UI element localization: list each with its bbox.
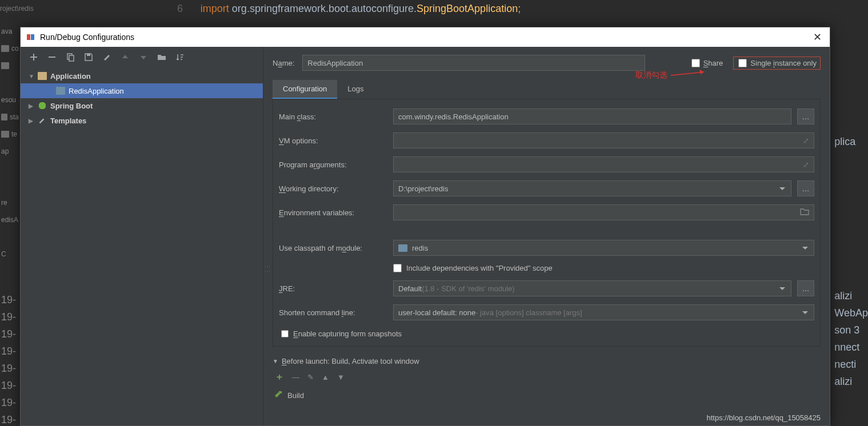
log-line: 19- (0, 397, 16, 414)
tree-label: Spring Boot (50, 102, 93, 110)
bg-item: sta (0, 108, 20, 126)
share-checkbox-input[interactable] (691, 59, 700, 67)
share-checkbox[interactable]: Share (691, 59, 723, 67)
provided-scope-checkbox[interactable]: Include dependencies with "Provided" sco… (393, 264, 814, 272)
log-line: 19- (0, 328, 16, 345)
vm-options-row: VM options: ⤢ (279, 132, 814, 148)
copy-button[interactable] (65, 52, 75, 62)
bg-item: edisA (0, 211, 20, 228)
vm-options-label: VM options: (279, 136, 387, 145)
svg-line-5 (671, 72, 704, 75)
main-class-field[interactable]: com.windy.redis.RedisApplication (393, 108, 791, 124)
before-launch-toolbar: ＋ — ✎ ▲ ▼ (273, 371, 821, 383)
move-up-button[interactable] (120, 52, 130, 62)
move-down-task-button[interactable]: ▼ (337, 373, 345, 381)
name-row: Name: Share Single instance only (273, 55, 821, 71)
folder-icon (1, 114, 7, 120)
tree-node-application[interactable]: ▼ Application (21, 69, 263, 83)
folder-icon (1, 45, 9, 52)
console-left: 19- 19- 19- 19- 19- 19- 19- 19- (0, 294, 16, 426)
tree-node-redisapplication[interactable]: RedisApplication (21, 83, 263, 98)
application-icon (38, 72, 47, 80)
config-form: Main class: com.windy.redis.RedisApplica… (273, 99, 821, 347)
log-line: plica (834, 136, 868, 153)
arrow-icon (670, 70, 710, 81)
jre-field[interactable]: Default (1.8 - SDK of 'redis' module) (393, 280, 791, 296)
vm-options-field[interactable]: ⤢ (393, 132, 814, 148)
working-dir-field[interactable]: D:\project\redis (393, 180, 791, 196)
browse-working-dir-button[interactable]: … (797, 180, 814, 196)
shorten-cmd-field[interactable]: user-local default: none - java [options… (393, 304, 814, 320)
env-vars-field[interactable] (393, 204, 814, 220)
build-task-row[interactable]: Build (273, 388, 821, 403)
folder-icon (1, 62, 9, 69)
single-instance-checkbox[interactable]: Single instance only (733, 57, 821, 70)
log-line: alizi (834, 290, 868, 307)
config-tree: ▼ Application RedisApplication ▶ Spring … (21, 67, 263, 425)
grip-handle[interactable]: ⋮⋮ (263, 264, 271, 273)
log-line: necti (834, 359, 868, 376)
bg-item: esou (0, 91, 20, 108)
snapshot-checkbox-input[interactable] (281, 330, 289, 337)
bg-item: C (0, 246, 20, 263)
main-class-row: Main class: com.windy.redis.RedisApplica… (279, 108, 814, 124)
project-tree-fragment: ava co esou sta te ap re edisA C (0, 23, 20, 263)
spring-icon (38, 102, 47, 110)
log-line: 19- (0, 414, 16, 426)
log-line: nnect (834, 341, 868, 359)
log-line: 19- (0, 380, 16, 397)
sort-button[interactable] (175, 52, 185, 62)
tab-configuration[interactable]: Configuration (273, 80, 337, 99)
provided-scope-checkbox-input[interactable] (393, 264, 402, 272)
expand-icon[interactable]: ⤢ (803, 160, 809, 169)
working-dir-label: Working directory: (279, 184, 387, 193)
env-vars-label: Environment variables: (279, 208, 387, 217)
folder-icon (1, 131, 9, 138)
close-icon[interactable]: ✕ (811, 31, 824, 43)
program-args-field[interactable]: ⤢ (393, 156, 814, 172)
edit-task-button[interactable]: ✎ (307, 373, 314, 381)
folder-open-icon[interactable] (800, 208, 809, 217)
wrench-icon (38, 116, 47, 124)
classpath-field[interactable]: redis (393, 240, 814, 256)
log-line: WebAp (834, 307, 868, 324)
expand-icon[interactable]: ⤢ (803, 136, 809, 145)
shorten-cmd-label: Shorten command line: (279, 308, 387, 317)
browse-main-class-button[interactable]: … (797, 108, 814, 124)
name-input[interactable] (302, 55, 645, 71)
before-launch-header[interactable]: ▼ Before launch: Build, Activate tool wi… (273, 357, 821, 365)
editor-line: 6 import org.springframework.boot.autoco… (149, 0, 532, 17)
name-label: Name: (273, 59, 294, 67)
app-icon (26, 33, 35, 42)
dialog-titlebar[interactable]: Run/Debug Configurations ✕ (21, 27, 830, 47)
tab-logs[interactable]: Logs (337, 80, 374, 99)
config-toolbar (21, 47, 263, 67)
snapshot-checkbox[interactable]: Enable capturing form snapshots (281, 329, 814, 338)
add-button[interactable] (29, 52, 39, 62)
code-package: org.springframework.boot.autoconfigure. (229, 3, 417, 14)
move-down-button[interactable] (138, 52, 149, 62)
save-button[interactable] (83, 52, 94, 62)
remove-task-button[interactable]: — (292, 373, 299, 381)
program-args-label: Program arguments: (279, 160, 387, 169)
bg-item: re (0, 194, 20, 211)
chevron-right-icon: ▶ (29, 118, 34, 124)
single-instance-checkbox-input[interactable] (738, 59, 747, 67)
settings-button[interactable] (102, 52, 112, 62)
tabs: Configuration Logs (273, 80, 821, 99)
svg-rect-4 (87, 54, 90, 56)
tree-node-templates[interactable]: ▶ Templates (21, 113, 263, 128)
browse-jre-button[interactable]: … (797, 280, 814, 296)
run-config-dialog: Run/Debug Configurations ✕ ▼ Applicati (20, 27, 830, 426)
chevron-right-icon: ▶ (29, 103, 34, 109)
tree-node-springboot[interactable]: ▶ Spring Boot (21, 98, 263, 113)
move-up-task-button[interactable]: ▲ (322, 373, 329, 381)
annotation: 取消勾选 (635, 70, 710, 81)
remove-button[interactable] (47, 52, 57, 62)
folder-button[interactable] (157, 52, 167, 62)
bg-item: te (0, 126, 20, 143)
code-semicolon: ; (518, 3, 521, 14)
log-line: son 3 (834, 324, 868, 341)
add-task-button[interactable]: ＋ (275, 371, 284, 383)
shorten-cmd-row: Shorten command line: user-local default… (279, 304, 814, 320)
